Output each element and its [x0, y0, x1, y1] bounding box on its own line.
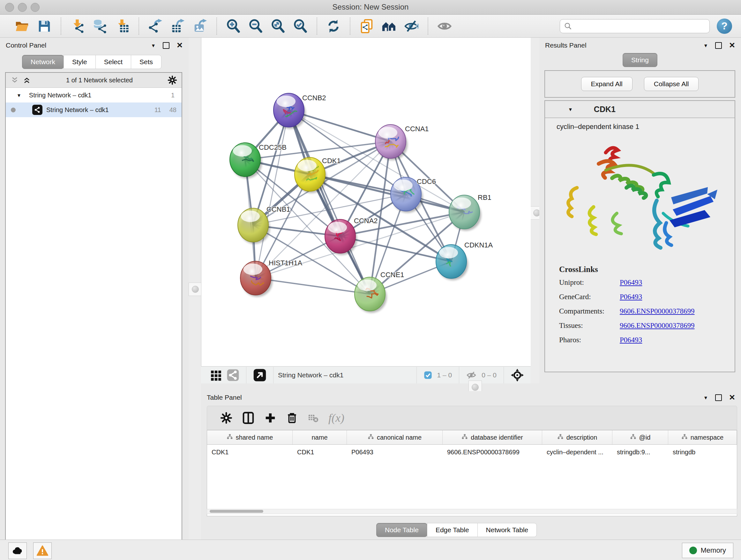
- expand-all-icon[interactable]: [22, 76, 31, 84]
- collection-row[interactable]: ▼ String Network – cdk1 1: [6, 88, 182, 103]
- panel-menu-icon[interactable]: ▼: [151, 43, 156, 48]
- table-cell[interactable]: stringdb:9...: [612, 445, 668, 459]
- table-cell[interactable]: stringdb: [668, 445, 737, 459]
- crosslink-link[interactable]: 9606.ENSP00000378699: [620, 307, 695, 315]
- close-panel-icon[interactable]: ✕: [177, 41, 183, 50]
- gear-icon[interactable]: [167, 75, 177, 85]
- panel-menu-icon[interactable]: ▼: [703, 395, 708, 400]
- left-splitter[interactable]: [189, 38, 201, 540]
- show-eye-icon[interactable]: [436, 18, 453, 35]
- column-header-name[interactable]: name: [293, 430, 347, 444]
- table-cell[interactable]: P06493: [347, 445, 443, 459]
- column-header-canonical-name[interactable]: canonical name: [347, 430, 443, 444]
- show-columns-icon[interactable]: [242, 412, 255, 424]
- crosslink-label: Tissues:: [559, 321, 620, 330]
- table-row[interactable]: CDK1CDK1P064939606.ENSP00000378699cyclin…: [207, 445, 737, 459]
- fit-selected-crosshair-icon[interactable]: [511, 368, 524, 382]
- edge-CCNB2-HIST1H1A[interactable]: [256, 110, 289, 278]
- column-header-database-identifier[interactable]: database identifier: [443, 430, 542, 444]
- import-table-icon[interactable]: [114, 18, 131, 35]
- collapse-tree-icon[interactable]: ▼: [17, 92, 21, 98]
- export-table-icon[interactable]: [170, 18, 186, 35]
- zoom-in-icon[interactable]: [225, 18, 242, 35]
- add-column-icon[interactable]: [264, 412, 276, 424]
- table-horizontal-scrollbar[interactable]: [207, 509, 737, 514]
- open-folder-icon[interactable]: [14, 18, 30, 35]
- column-header-shared-name[interactable]: shared name: [207, 430, 293, 444]
- float-panel-icon[interactable]: [163, 42, 170, 49]
- search-input[interactable]: [572, 22, 710, 30]
- zoom-selected-icon[interactable]: [292, 18, 309, 35]
- tab-string[interactable]: String: [623, 53, 657, 67]
- close-panel-icon[interactable]: ✕: [729, 393, 735, 402]
- table-cell[interactable]: 9606.ENSP00000378699: [443, 445, 542, 459]
- export-network-icon[interactable]: [147, 18, 164, 35]
- float-panel-icon[interactable]: [715, 42, 722, 49]
- search-box[interactable]: [560, 19, 710, 33]
- node-CCNA2[interactable]: [325, 219, 357, 255]
- collapse-all-icon[interactable]: [10, 76, 19, 84]
- tab-network-table[interactable]: Network Table: [477, 523, 537, 537]
- crosslink-link[interactable]: 9606.ENSP00000378699: [620, 321, 695, 330]
- birds-eye-view-icon[interactable]: [253, 368, 266, 382]
- table-cell[interactable]: cyclin–dependent ...: [542, 445, 612, 459]
- warning-button[interactable]: [33, 543, 52, 559]
- home-icon[interactable]: [381, 18, 397, 35]
- node-CDKN1A[interactable]: [436, 245, 468, 280]
- column-header-description[interactable]: description: [542, 430, 612, 444]
- network-view-icon[interactable]: [226, 369, 239, 381]
- import-database-icon[interactable]: [91, 18, 108, 35]
- import-network-icon[interactable]: [69, 18, 86, 35]
- table-settings-gear-icon[interactable]: [220, 412, 232, 424]
- zoom-out-icon[interactable]: [247, 18, 264, 35]
- copy-style-icon[interactable]: [358, 18, 375, 35]
- collapse-all-button[interactable]: Collapse All: [644, 77, 699, 91]
- save-icon[interactable]: [36, 18, 53, 35]
- tab-network[interactable]: Network: [22, 55, 64, 69]
- node-RB1[interactable]: [449, 195, 481, 231]
- table-header-row: shared namenamecanonical namedatabase id…: [207, 430, 737, 445]
- table-cell[interactable]: CDK1: [293, 445, 347, 459]
- node-CCNA1[interactable]: [375, 125, 408, 160]
- float-panel-icon[interactable]: [715, 394, 722, 401]
- delete-table-icon[interactable]: [308, 413, 319, 423]
- column-header-namespace[interactable]: namespace: [668, 430, 737, 444]
- table-cell[interactable]: CDK1: [207, 445, 293, 459]
- function-builder-icon[interactable]: f(x): [328, 411, 344, 425]
- column-header--id[interactable]: @id: [612, 430, 668, 444]
- crosslink-row: GeneCard: P06493: [559, 293, 735, 301]
- collapse-gene-icon[interactable]: ▼: [568, 107, 573, 112]
- help-button[interactable]: ?: [717, 18, 732, 34]
- expand-all-button[interactable]: Expand All: [581, 77, 632, 91]
- crosslink-link[interactable]: P06493: [620, 336, 642, 344]
- node-table[interactable]: shared namenamecanonical namedatabase id…: [207, 430, 737, 516]
- node-CCNE1[interactable]: [354, 277, 387, 313]
- left-splitter-handle[interactable]: [189, 283, 202, 296]
- node-CDC25B[interactable]: [230, 143, 262, 179]
- edge-CCNE1-HIST1H1A[interactable]: [256, 278, 370, 294]
- node-CCNB2[interactable]: [273, 93, 306, 129]
- crosslink-link[interactable]: P06493: [620, 278, 642, 287]
- network-canvas[interactable]: CCNB2 CCNA1 CDC25B CDK1 CDC6 RB1 CCNB1 C…: [201, 38, 531, 367]
- cloud-icon: [11, 545, 23, 557]
- cloud-button[interactable]: [8, 543, 27, 559]
- crosslink-link[interactable]: P06493: [620, 293, 642, 301]
- memory-button[interactable]: Memory: [682, 543, 733, 558]
- hide-eye-icon[interactable]: [403, 18, 420, 35]
- tab-select[interactable]: Select: [95, 55, 131, 69]
- close-panel-icon[interactable]: ✕: [729, 41, 735, 50]
- selected-checkbox-icon[interactable]: [423, 371, 432, 380]
- export-image-icon[interactable]: [192, 18, 208, 35]
- refresh-icon[interactable]: [325, 18, 342, 35]
- panel-menu-icon[interactable]: ▼: [703, 43, 708, 48]
- grid-view-icon[interactable]: [210, 369, 222, 381]
- tab-sets[interactable]: Sets: [131, 55, 161, 69]
- delete-column-trash-icon[interactable]: [286, 412, 298, 424]
- tab-style[interactable]: Style: [64, 55, 96, 69]
- network-row[interactable]: String Network – cdk1 11 48: [6, 103, 182, 117]
- tab-edge-table[interactable]: Edge Table: [427, 523, 478, 537]
- zoom-fit-icon[interactable]: [270, 18, 286, 35]
- hidden-eye-icon[interactable]: [466, 370, 477, 381]
- crosslink-label: Pharos:: [559, 336, 620, 344]
- tab-node-table[interactable]: Node Table: [376, 523, 427, 537]
